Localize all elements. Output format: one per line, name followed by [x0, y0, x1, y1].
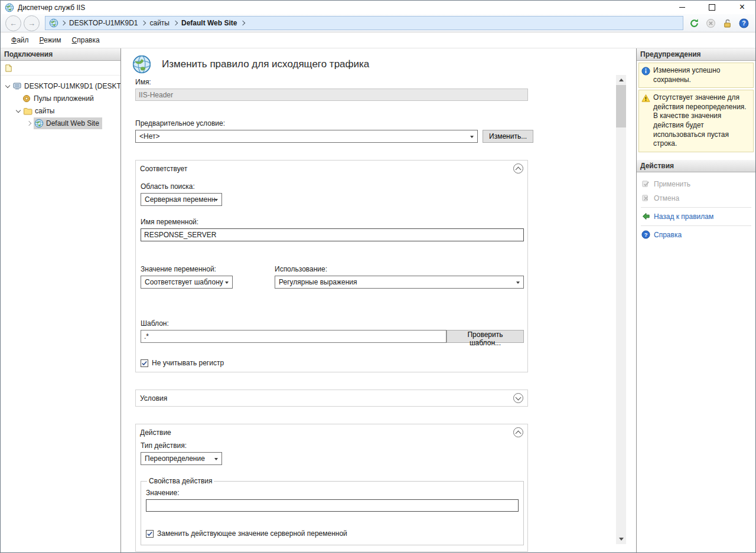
breadcrumb-separator-icon	[173, 21, 178, 25]
scroll-up-button[interactable]	[616, 75, 626, 85]
create-connection-icon[interactable]	[3, 63, 14, 73]
breadcrumb-item-default-web-site[interactable]: Default Web Site	[179, 19, 239, 27]
unlock-icon[interactable]	[722, 18, 733, 29]
breadcrumb-separator-icon	[141, 21, 146, 25]
restart-icon[interactable]	[689, 18, 700, 29]
close-button[interactable]: ×	[729, 1, 755, 14]
action-properties-legend: Свойства действия	[147, 477, 214, 485]
app-pools-icon	[22, 94, 31, 103]
expander-icon[interactable]	[24, 122, 34, 125]
chevron-up-icon	[516, 430, 522, 436]
triangle-up-icon	[619, 78, 624, 81]
scope-label: Область поиска:	[141, 182, 524, 191]
tree-item-label: DESKTOP-U1MK9D1 (DESKTOP	[24, 82, 120, 90]
checkmark-icon	[141, 360, 148, 367]
scope-select[interactable]: Серверная переменн	[141, 193, 222, 206]
scrollbar-thumb[interactable]	[616, 85, 626, 127]
expander-icon[interactable]	[14, 110, 23, 112]
variable-value-label: Значение переменной:	[141, 265, 275, 273]
maximize-button[interactable]	[699, 1, 725, 14]
usage-label: Использование:	[275, 265, 524, 273]
tree-item-server[interactable]: DESKTOP-U1MK9D1 (DESKTOP	[1, 80, 120, 92]
back-to-rules-link[interactable]: Назад к правилам	[639, 210, 753, 224]
back-arrow-icon: ←	[9, 19, 17, 27]
minimize-button[interactable]	[669, 1, 695, 14]
action-type-select[interactable]: Переопределение	[141, 452, 222, 465]
help-icon[interactable]: ?	[738, 18, 750, 29]
connections-tree: DESKTOP-U1MK9D1 (DESKTOP Пулы приложений…	[1, 76, 120, 129]
collapse-section-button[interactable]	[513, 163, 523, 174]
expander-icon[interactable]	[3, 85, 12, 87]
pattern-label: Шаблон:	[141, 319, 524, 328]
stop-icon[interactable]	[705, 18, 716, 29]
help-icon: ?	[641, 230, 650, 239]
conditions-section-header: Условия	[136, 390, 527, 406]
main-panel: Изменить правило для исходящего трафика …	[121, 48, 637, 552]
edit-precondition-button[interactable]: Изменить...	[483, 130, 533, 143]
expand-section-button[interactable]	[513, 393, 523, 403]
help-link[interactable]: ? Справка	[639, 228, 753, 242]
alerts-header: Предупреждения	[637, 48, 755, 61]
chevron-down-icon	[225, 282, 229, 284]
match-section-header: Соответствует	[136, 161, 527, 176]
usage-value: Регулярные выражения	[279, 278, 357, 286]
menu-file[interactable]: Файл	[6, 34, 34, 47]
breadcrumb-item-server[interactable]: DESKTOP-U1MK9D1	[67, 19, 140, 27]
actions-separator	[641, 225, 751, 226]
cancel-icon	[641, 194, 650, 202]
variable-name-label: Имя переменной:	[141, 218, 524, 226]
server-icon	[12, 81, 22, 91]
breadcrumb-item-sites[interactable]: сайты	[147, 19, 172, 27]
svg-text:?: ?	[742, 19, 745, 27]
tree-item-sites[interactable]: сайты	[1, 104, 120, 117]
action-type-label: Тип действия:	[141, 441, 524, 450]
variable-value-select[interactable]: Соответствует шаблону	[141, 276, 233, 289]
apply-button[interactable]: Применить	[639, 177, 753, 191]
menu-help[interactable]: Справка	[67, 34, 105, 47]
warning-alert-text: Отсутствует значение для действия переоп…	[653, 93, 751, 149]
menu-view[interactable]: Режим	[34, 34, 67, 47]
replace-value-checkbox[interactable]	[146, 530, 154, 538]
forward-arrow-icon: →	[28, 19, 35, 27]
usage-select[interactable]: Регулярные выражения	[275, 276, 524, 289]
actions-list: Применить Отмена Назад к правилам ? Спра…	[637, 172, 755, 242]
selected-tree-item[interactable]: Default Web Site	[34, 117, 102, 129]
forward-button[interactable]: →	[24, 15, 40, 31]
chevron-down-icon	[516, 395, 522, 401]
breadcrumb-separator-icon	[61, 21, 66, 25]
collapse-section-button[interactable]	[513, 427, 523, 437]
title-bar: Диспетчер служб IIS ×	[1, 1, 755, 14]
tree-item-label: Default Web Site	[46, 119, 99, 127]
tree-item-app-pools[interactable]: Пулы приложений	[1, 92, 120, 104]
back-button[interactable]: ←	[5, 15, 21, 31]
action-type-value: Переопределение	[145, 454, 205, 463]
cancel-button[interactable]: Отмена	[639, 191, 753, 205]
ignore-case-checkbox[interactable]	[141, 359, 148, 367]
page-header: Изменить правило для исходящего трафика	[121, 48, 636, 76]
tree-item-default-web-site[interactable]: Default Web Site	[1, 117, 120, 129]
main-scrollbar[interactable]	[616, 75, 626, 544]
precondition-select[interactable]: <Нет>	[135, 130, 478, 143]
precondition-value: <Нет>	[139, 132, 159, 140]
action-value-input[interactable]	[146, 499, 519, 512]
cancel-label: Отмена	[654, 194, 679, 202]
svg-text:?: ?	[644, 232, 648, 238]
match-section: Соответствует Область поиска: Серверная …	[135, 160, 528, 372]
name-input[interactable]	[135, 89, 528, 101]
check-pattern-button[interactable]: Проверить шаблон...	[447, 330, 524, 343]
info-alert: Изменения успешно сохранены.	[638, 63, 754, 88]
actions-separator	[641, 207, 751, 208]
pattern-input[interactable]	[141, 330, 447, 343]
chevron-up-icon	[516, 166, 522, 172]
site-globe-icon	[34, 119, 44, 128]
variable-name-input[interactable]	[141, 228, 524, 241]
breadcrumb-separator-icon	[240, 21, 245, 25]
chevron-down-icon	[214, 199, 218, 201]
checkmark-icon	[146, 531, 153, 537]
action-section: Действие Тип действия: Переопределение С…	[135, 424, 528, 552]
breadcrumb[interactable]: DESKTOP-U1MK9D1 сайты Default Web Site	[45, 16, 683, 30]
chevron-down-icon	[470, 136, 474, 138]
conditions-section: Условия	[135, 390, 528, 407]
scroll-down-button[interactable]	[616, 534, 626, 544]
name-label: Имя:	[135, 78, 528, 86]
